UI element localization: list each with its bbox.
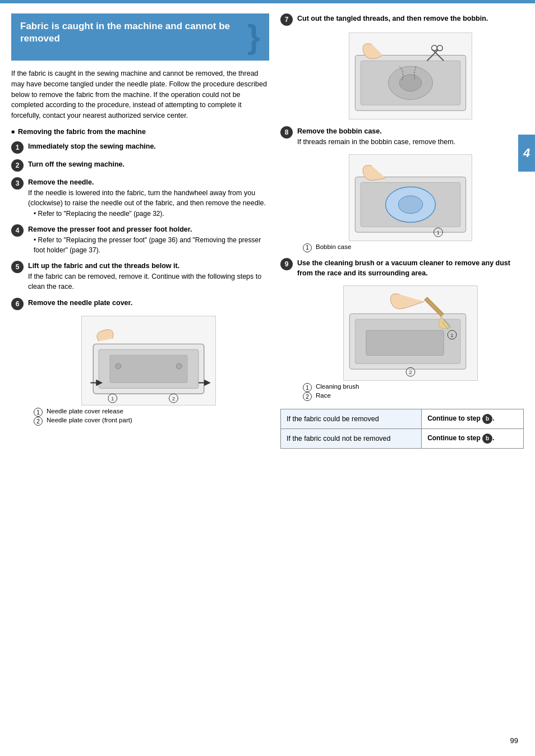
step-8-content: Remove the bobbin case. If threads remai… (297, 126, 524, 147)
step-6: 6 Remove the needle plate cover. (11, 298, 269, 310)
step-8-illustration: 1 (349, 154, 472, 241)
cut-threads-svg (349, 33, 472, 119)
bobbin-caption: 1 Bobbin case (303, 243, 351, 252)
svg-text:1: 1 (450, 332, 454, 338)
svg-point-13 (432, 45, 437, 51)
step-7-number: 7 (280, 13, 293, 26)
step-1: 1 Immediately stop the sewing machine. (11, 141, 269, 154)
page-title: Fabric is caught in the machine and cann… (20, 20, 242, 54)
step-4: 4 Remove the presser foot and presser fo… (11, 224, 269, 255)
step-6-captions: 1 Needle plate cover release 2 Needle pl… (34, 408, 132, 426)
step-5: 5 Lift up the fabric and cut the threads… (11, 261, 269, 292)
step-7-label: Cut out the tangled threads, and then re… (297, 15, 488, 22)
action-1: Continue to step b. (422, 409, 524, 429)
step-2-label: Turn off the sewing machine. (28, 160, 124, 168)
step-3-label: Remove the needle. (28, 178, 94, 186)
step-8: 8 Remove the bobbin case. If threads rem… (280, 126, 524, 147)
step-7-content: Cut out the tangled threads, and then re… (297, 13, 524, 24)
step-5-detail: If the fabric can be removed, remove it.… (28, 273, 261, 291)
step-6-illustration: 1 2 (81, 316, 216, 405)
action-2: Continue to step b. (422, 429, 524, 449)
step-6-content: Remove the needle plate cover. (28, 298, 269, 308)
step-7: 7 Cut out the tangled threads, and then … (280, 13, 524, 26)
title-box: Fabric is caught in the machine and cann… (11, 13, 269, 61)
step-4-bullet: Refer to "Replacing the presser foot" (p… (34, 235, 269, 255)
step-2-number: 2 (11, 159, 24, 172)
svg-text:2: 2 (409, 369, 412, 375)
step-9-illustration: 1 2 (343, 285, 478, 381)
section-heading: Removing the fabric from the machine (11, 128, 269, 136)
summary-table: If the fabric could be removed Continue … (280, 409, 524, 449)
page-number: 99 (510, 736, 518, 745)
step-6-label: Remove the needle plate cover. (28, 299, 132, 307)
step-8-captions: 1 Bobbin case (303, 243, 351, 252)
condition-1: If the fabric could be removed (281, 409, 422, 429)
race-text: Race (316, 392, 331, 399)
step-9-content: Use the cleaning brush or a vacuum clean… (297, 258, 524, 279)
caption-1-text: Needle plate cover release (47, 408, 123, 414)
intro-paragraph: If the fabric is caught in the sewing ma… (11, 68, 269, 121)
svg-point-3 (116, 363, 121, 369)
caption-2-text: Needle plate cover (front part) (47, 417, 132, 423)
step-4-number: 4 (11, 224, 24, 237)
step-3-bullet: Refer to "Replacing the needle" (page 32… (34, 209, 269, 219)
table-row-1: If the fabric could be removed Continue … (281, 409, 524, 429)
svg-point-14 (437, 45, 442, 51)
cleaning-brush-caption: 1 Cleaning brush (303, 383, 359, 392)
step-1-content: Immediately stop the sewing machine. (28, 141, 269, 152)
step-9-diagram: 1 2 1 Cleaning brush 2 Race (297, 285, 524, 401)
svg-point-18 (398, 196, 422, 214)
step-8-detail: If threads remain in the bobbin case, re… (297, 138, 455, 146)
step-9-label: Use the cleaning brush or a vacuum clean… (297, 259, 510, 278)
step-8-label: Remove the bobbin case. (297, 127, 382, 135)
step-2: 2 Turn off the sewing machine. (11, 159, 269, 172)
table-row-2: If the fabric could not be removed Conti… (281, 429, 524, 449)
svg-rect-2 (110, 355, 187, 382)
step-3-number: 3 (11, 177, 24, 190)
step-ref-2: b (482, 434, 492, 444)
bobbin-case-svg: 1 (349, 155, 472, 241)
step-6-diagram: 1 2 1 (28, 316, 269, 426)
step-ref-1: b (482, 414, 492, 424)
svg-text:2: 2 (172, 395, 175, 402)
race-caption: 2 Race (303, 392, 359, 401)
right-column: 7 Cut out the tangled threads, and then … (275, 13, 524, 449)
step-5-number: 5 (11, 261, 24, 273)
step-9-number: 9 (280, 258, 293, 270)
svg-text:1: 1 (437, 229, 440, 236)
step-5-content: Lift up the fabric and cut the threads b… (28, 261, 269, 292)
step-1-number: 1 (11, 141, 24, 154)
step-9: 9 Use the cleaning brush or a vacuum cle… (280, 258, 524, 279)
step-4-label: Remove the presser foot and presser foot… (28, 225, 192, 233)
bobbin-caption-text: Bobbin case (316, 243, 351, 250)
step-6-number: 6 (11, 298, 24, 310)
step-7-illustration (349, 33, 472, 119)
title-bracket-decoration: } (247, 20, 260, 54)
page-content: Fabric is caught in the machine and cann… (0, 3, 535, 460)
chapter-tab: 4 (518, 135, 535, 172)
step-3-content: Remove the needle. If the needle is lowe… (28, 177, 269, 219)
step-5-label: Lift up the fabric and cut the threads b… (28, 262, 179, 270)
left-column: Fabric is caught in the machine and cann… (11, 13, 269, 449)
step-8-number: 8 (280, 126, 293, 139)
step-2-content: Turn off the sewing machine. (28, 159, 269, 170)
svg-text:1: 1 (111, 395, 114, 402)
step-3: 3 Remove the needle. If the needle is lo… (11, 177, 269, 219)
condition-2: If the fabric could not be removed (281, 429, 422, 449)
step-7-diagram (297, 33, 524, 119)
caption-1: 1 Needle plate cover release (34, 408, 132, 417)
step-3-detail: If the needle is lowered into the fabric… (28, 189, 266, 208)
caption-2: 2 Needle plate cover (front part) (34, 417, 132, 426)
svg-rect-23 (366, 330, 444, 355)
step-9-captions: 1 Cleaning brush 2 Race (303, 383, 359, 401)
step-4-content: Remove the presser foot and presser foot… (28, 224, 269, 255)
svg-point-4 (176, 363, 182, 369)
needle-plate-svg: 1 2 (82, 316, 215, 405)
step-1-label: Immediately stop the sewing machine. (28, 142, 156, 150)
step-8-diagram: 1 1 Bobbin case (297, 154, 524, 252)
cleaning-brush-text: Cleaning brush (316, 383, 359, 390)
cleaning-brush-svg: 1 2 (344, 286, 477, 380)
